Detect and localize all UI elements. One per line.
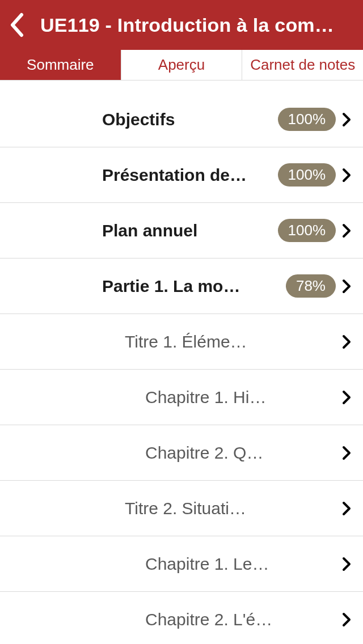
- list-item[interactable]: Chapitre 1. Hi…: [0, 370, 363, 425]
- list-item[interactable]: Objectifs 100%: [0, 92, 363, 147]
- back-button[interactable]: [6, 0, 40, 50]
- list-item-label: Présentation de…: [102, 166, 278, 185]
- list-item[interactable]: Titre 2. Situati…: [0, 481, 363, 536]
- list-item[interactable]: Plan annuel 100%: [0, 203, 363, 259]
- page-title: UE119 - Introduction à la com…: [40, 14, 357, 36]
- chevron-right-icon: [338, 279, 355, 294]
- header: UE119 - Introduction à la com…: [0, 0, 363, 50]
- list-item-label: Partie 1. La mo…: [102, 277, 286, 296]
- list-item[interactable]: Chapitre 1. Le…: [0, 536, 363, 592]
- tab-carnet-de-notes[interactable]: Carnet de notes: [242, 50, 363, 80]
- chevron-right-icon: [338, 612, 355, 627]
- list-item-label: Objectifs: [102, 110, 278, 129]
- list-item-label: Titre 2. Situati…: [125, 499, 338, 518]
- chevron-right-icon: [338, 223, 355, 238]
- list-item[interactable]: Titre 1. Éléme…: [0, 314, 363, 370]
- tab-apercu[interactable]: Aperçu: [121, 50, 243, 80]
- progress-badge: 100%: [278, 108, 336, 131]
- list-item-label: Chapitre 2. Q…: [145, 443, 338, 463]
- chevron-right-icon: [338, 446, 355, 460]
- chevron-right-icon: [338, 168, 355, 183]
- list-item-label: Chapitre 1. Hi…: [145, 388, 338, 407]
- list-item-label: Chapitre 1. Le…: [145, 554, 338, 574]
- tab-label: Sommaire: [27, 56, 94, 74]
- chevron-right-icon: [338, 501, 355, 516]
- progress-badge: 100%: [278, 219, 336, 242]
- list-item[interactable]: Chapitre 2. Q…: [0, 425, 363, 481]
- back-icon: [9, 12, 25, 37]
- progress-badge: 78%: [286, 274, 336, 298]
- chevron-right-icon: [338, 112, 355, 127]
- list-item[interactable]: Chapitre 2. L'é…: [0, 592, 363, 644]
- tab-sommaire[interactable]: Sommaire: [0, 50, 121, 80]
- list-item[interactable]: Partie 1. La mo… 78%: [0, 259, 363, 314]
- list-item-label: Titre 1. Éléme…: [125, 332, 338, 351]
- content-list: Objectifs 100% Présentation de… 100% Pla…: [0, 80, 363, 644]
- progress-badge: 100%: [278, 163, 336, 187]
- chevron-right-icon: [338, 390, 355, 405]
- tab-label: Aperçu: [158, 56, 205, 74]
- chevron-right-icon: [338, 557, 355, 571]
- list-item-label: Plan annuel: [102, 221, 278, 240]
- chevron-right-icon: [338, 334, 355, 349]
- list-item[interactable]: Présentation de… 100%: [0, 147, 363, 203]
- tab-label: Carnet de notes: [250, 56, 355, 74]
- list-item-label: Chapitre 2. L'é…: [145, 610, 338, 629]
- tabs: Sommaire Aperçu Carnet de notes: [0, 50, 363, 80]
